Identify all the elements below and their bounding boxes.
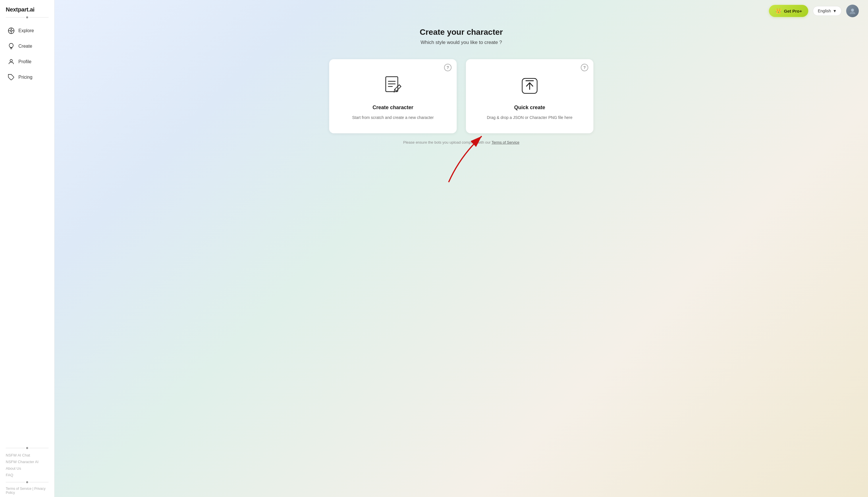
- language-selector[interactable]: English ▼: [813, 6, 842, 16]
- bottom-divider-line-right: [29, 482, 48, 482]
- page-title: Create your character: [420, 28, 503, 37]
- divider-line-left: [6, 17, 25, 17]
- quick-create-title: Quick create: [514, 104, 545, 111]
- sidebar-footer-divider: [6, 447, 48, 449]
- sidebar-item-label-create: Create: [18, 44, 32, 49]
- footer-link-faq[interactable]: FAQ: [6, 473, 48, 477]
- create-icon: [8, 43, 15, 50]
- sidebar-item-label-pricing: Pricing: [18, 75, 32, 80]
- svg-point-1: [10, 30, 12, 32]
- tos-link[interactable]: Terms of Service: [491, 140, 519, 144]
- footer-divider-line-left: [6, 448, 25, 448]
- terms-of-service-link[interactable]: Terms of Service: [6, 487, 31, 491]
- sidebar-item-create[interactable]: Create: [3, 39, 51, 54]
- create-character-card[interactable]: ? Create character Start fr: [329, 59, 457, 133]
- create-character-help-icon[interactable]: ?: [444, 64, 451, 71]
- footer-link-about-us[interactable]: About Us: [6, 466, 48, 471]
- pricing-icon: [8, 73, 15, 81]
- profile-icon: [8, 58, 15, 66]
- svg-point-6: [10, 59, 12, 62]
- footer-divider-line-right: [29, 448, 48, 448]
- cards-container: ? Create character Start fr: [329, 59, 593, 133]
- create-character-desc: Start from scratch and create a new char…: [352, 115, 434, 120]
- quick-create-icon: [517, 73, 542, 99]
- footer-link-nsfw-ai-chat[interactable]: NSFW AI Chat: [6, 453, 48, 457]
- get-pro-label: Get Pro+: [784, 9, 802, 14]
- language-label: English: [818, 9, 831, 13]
- create-character-icon: [380, 73, 406, 99]
- sidebar-nav: Explore Create Profile: [0, 24, 54, 442]
- sidebar-footer-links: NSFW AI Chat NSFW Character AI About Us …: [6, 453, 48, 477]
- sidebar-item-pricing[interactable]: Pricing: [3, 70, 51, 84]
- footer-divider-dot: [26, 447, 28, 449]
- tos-note: Please ensure the bots you upload compli…: [403, 140, 519, 144]
- svg-point-8: [851, 9, 854, 12]
- sidebar-item-label-profile: Profile: [18, 59, 31, 65]
- language-dropdown-icon: ▼: [833, 9, 837, 13]
- tos-note-prefix: Please ensure the bots you upload compli…: [403, 140, 492, 144]
- get-pro-button[interactable]: 👑 Get Pro+: [769, 5, 808, 17]
- sidebar: Nextpart.ai Explore: [0, 0, 55, 497]
- quick-create-help-icon[interactable]: ?: [581, 64, 588, 71]
- crown-icon: 👑: [775, 8, 782, 14]
- divider-dot: [26, 16, 28, 18]
- sidebar-bottom-divider: [6, 481, 48, 483]
- sidebar-top-divider: [0, 16, 54, 18]
- footer-link-nsfw-character-ai[interactable]: NSFW Character AI: [6, 460, 48, 464]
- sidebar-item-profile[interactable]: Profile: [3, 55, 51, 69]
- explore-icon: [8, 27, 15, 34]
- header: 👑 Get Pro+ English ▼: [55, 0, 868, 22]
- divider-line-right: [29, 17, 48, 17]
- bottom-divider-line-left: [6, 482, 25, 482]
- main-content: 👑 Get Pro+ English ▼ Create your charact…: [55, 0, 868, 497]
- quick-create-card[interactable]: ? Quick create Drag & drop a JSON or Cha…: [466, 59, 593, 133]
- sidebar-item-explore[interactable]: Explore: [3, 24, 51, 38]
- sidebar-item-label-explore: Explore: [18, 28, 34, 33]
- sidebar-bottom-terms: Terms of Service | Privacy Policy: [6, 487, 48, 495]
- sidebar-footer: NSFW AI Chat NSFW Character AI About Us …: [0, 442, 54, 497]
- page-subtitle: Which style would you like to create ?: [420, 40, 502, 45]
- app-logo[interactable]: Nextpart.ai: [0, 0, 54, 16]
- bottom-divider-dot: [26, 481, 28, 483]
- create-character-title: Create character: [373, 104, 413, 111]
- avatar[interactable]: [846, 4, 859, 17]
- svg-line-13: [399, 85, 401, 86]
- page-content: Create your character Which style would …: [55, 22, 868, 497]
- quick-create-desc: Drag & drop a JSON or Character PNG file…: [487, 115, 573, 120]
